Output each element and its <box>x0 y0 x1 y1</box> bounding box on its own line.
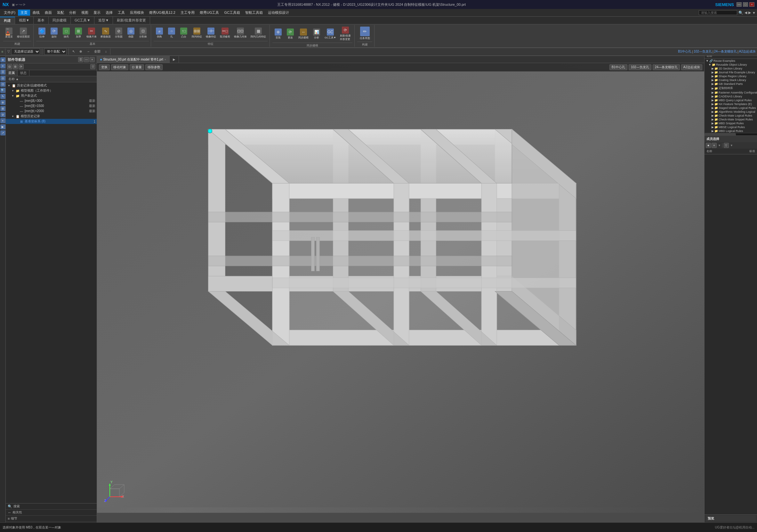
file-tree-item-staged-models[interactable]: ▶ 📁 Staged Models Logical Rules <box>705 106 757 110</box>
toolbar-btn5[interactable]: ↓ <box>104 49 108 54</box>
nav-btn-menu[interactable]: ☰ <box>78 57 83 62</box>
menu-view[interactable]: 视图 <box>79 10 91 16</box>
nav-filter[interactable]: ▽ <box>90 64 95 69</box>
menu-smarttool[interactable]: 智航工具箱 <box>243 10 265 16</box>
nav-collapse-all[interactable]: ⊟ <box>7 64 12 69</box>
menu-appmodule[interactable]: 应用模块 <box>127 10 147 16</box>
file-tree-item-reusable-obj[interactable]: ▼ 📁 Reusable Object Library <box>705 63 757 67</box>
toolbar-menu-icon[interactable]: ≡ <box>1 50 3 53</box>
ribbon-btn-split[interactable]: ⊘ 分割面 <box>113 27 125 39</box>
menu-select[interactable]: 选择 <box>103 10 115 16</box>
file-tree-item-fastener[interactable]: ▶ 📁 Fastener Assembly Configuration <box>705 91 757 94</box>
ribbon-tab-view[interactable]: 视图▼ <box>15 16 34 24</box>
sidebar-icon-1[interactable]: ⊕ <box>0 57 6 62</box>
sidebar-icon-13[interactable]: ↗ <box>0 130 6 136</box>
menu-tools[interactable]: 工具 <box>115 10 127 16</box>
vp-btn-24[interactable]: 24—条龙螺纹孔 <box>653 64 680 70</box>
menu-analysis[interactable]: 分析 <box>67 10 79 16</box>
ribbon-tab-gc[interactable]: GC工具▼ <box>71 16 94 24</box>
vp-btn-remove-param[interactable]: 移除参数 <box>145 64 163 70</box>
tree-item-model-views[interactable]: ▼ 📁 模型视图（工作部件） <box>6 88 97 93</box>
toolbar-btn2[interactable]: ⊕ <box>78 49 83 54</box>
ribbon-btn-batch-refresh[interactable]: ⟳ 刷新/批量外形变更 <box>338 26 352 42</box>
vp-btn-a2[interactable]: A2边起成块 <box>681 64 702 70</box>
file-tree-item-2d-section[interactable]: ▶ 📁 2D Section Library <box>705 67 757 71</box>
menu-main-tool[interactable]: 主工专用 <box>178 10 197 16</box>
sidebar-icon-11[interactable]: ⌖ <box>0 118 6 123</box>
sidebar-icon-9[interactable]: ⊞ <box>0 106 6 111</box>
ribbon-btn-mirror-feature[interactable]: ⊣⊢ 镜像特征 <box>204 27 218 39</box>
nav-tab-state[interactable]: 状态 <box>17 70 29 76</box>
ribbon-btn-trim[interactable]: ✂□ 取消修剪 <box>218 27 232 39</box>
sidebar-icon-6[interactable]: 🔍 <box>0 88 6 93</box>
ribbon-tab-refresh[interactable]: 刷新/批量外形变更 <box>113 16 150 24</box>
menu-ugtool[interactable]: 熔秀UG工具 <box>197 10 222 16</box>
viewport-area[interactable]: X Y Z <box>97 63 704 513</box>
menu-surface[interactable]: 曲面 <box>42 10 54 16</box>
back-btn[interactable]: ◀ <box>744 11 747 15</box>
file-tree-item-checkmate-snippet[interactable]: ▶ 📁 Check-Mate Snippet Rules <box>705 117 757 121</box>
ribbon-btn-revolve[interactable]: ⟳ 旋转 <box>48 27 60 39</box>
ribbon-btn-analysis[interactable]: 📊 分析 <box>311 28 322 40</box>
ribbon-btn-install[interactable]: ⊕ 安装 <box>272 28 284 40</box>
file-tree-item-nx-feature[interactable]: ▶ 📁 NX Feature Templates (E) <box>705 102 757 106</box>
sidebar-icon-10[interactable]: ⊘ <box>0 112 6 117</box>
file-tree-item-coating-stack[interactable]: ▶ 📁 Coating Stack Library <box>705 78 757 82</box>
menu-assembly[interactable]: 装配 <box>54 10 67 16</box>
toolbar-btn3[interactable]: → <box>85 49 91 54</box>
sidebar-icon-12[interactable]: ▶ <box>0 124 6 129</box>
viewport-tab-main[interactable]: ■ Structure_00.prt 在装配中 model 零件1.prt × <box>97 56 170 63</box>
nav-tab-layer[interactable]: 层属 <box>6 70 17 76</box>
file-tree-item-custom-lib[interactable]: ▶ 📁 定制特种库 <box>705 86 757 91</box>
ribbon-btn-update[interactable]: ⟳ 更改 <box>285 28 296 40</box>
sidebar-icon-8[interactable]: ⊕ <box>0 100 6 105</box>
breadcrumb-item-4[interactable]: A2边起成块 <box>739 49 756 54</box>
viewport-tab-more[interactable]: ▶ <box>170 56 179 63</box>
ribbon-btn-geometry-pattern[interactable]: ⊡⊡ 镜像几何体 <box>232 27 248 39</box>
tab-close-btn[interactable]: × <box>165 58 166 61</box>
bottom-detail[interactable]: ≡ 细节 <box>6 516 97 522</box>
members-filter-btn[interactable]: ▽ <box>724 143 729 148</box>
vp-btn-measure[interactable]: ⊡ 量量 <box>130 64 144 70</box>
file-tree-item-mbse[interactable]: ▶ 📁 MBSE Logical Rules <box>705 125 757 129</box>
fwd-btn[interactable]: ▶ <box>748 11 751 15</box>
nav-btn-pin[interactable]: × <box>90 57 95 62</box>
ribbon-btn-gc-tools[interactable]: GC GC工具▼ <box>323 28 338 40</box>
menu-ugmold[interactable]: 熔秀UG模具12.2 <box>147 10 178 16</box>
file-tree-item-cadenas[interactable]: ▶ 📁 CADENAS Library <box>705 94 757 98</box>
scope-select[interactable]: 整个装配 <box>44 48 67 55</box>
sidebar-icon-3[interactable]: ☰ <box>0 70 6 75</box>
vp-btn-102[interactable]: 102—负龙孔 <box>629 64 651 70</box>
vp-btn-b1[interactable]: B1中心孔 <box>609 64 627 70</box>
menu-curves[interactable]: 曲线 <box>30 10 42 16</box>
nav-expand-all[interactable]: ⊞ <box>13 64 18 69</box>
ribbon-btn-splitbody[interactable]: ⊡ 分割体 <box>137 27 149 39</box>
tree-item-height[interactable]: — [mm]高=300 最新 <box>6 98 97 104</box>
ribbon-tab-shape[interactable]: 造型▼ <box>94 16 113 24</box>
ribbon-btn-send[interactable]: →📥 发送至 <box>3 27 15 39</box>
sidebar-icon-7[interactable]: ✎ <box>0 94 6 99</box>
ribbon-btn-task-sketch[interactable]: ✏ 任务草图 <box>358 26 372 41</box>
file-tree-item-algo-modeling[interactable]: ▶ 📁 Algorithmic Modeling Logical <box>705 110 757 114</box>
bottom-related[interactable]: ↔ 相关性 <box>6 510 97 516</box>
ribbon-btn-extrude[interactable]: 🔷 拉伸 <box>36 27 48 39</box>
tree-item-model-history[interactable]: ▼ 📋 模型历史记录 <box>6 114 97 119</box>
down-btn[interactable]: ▼ <box>752 11 756 15</box>
file-tree-item-mbd-query[interactable]: ▶ 📁 MBD Query Logical Rules <box>705 98 757 102</box>
sidebar-icon-2[interactable]: ≡ <box>0 63 6 69</box>
toolbar-select-all[interactable]: 全部 <box>93 49 102 54</box>
menu-gctool[interactable]: GC工具箱 <box>222 10 243 16</box>
preview-header[interactable]: 预览 <box>706 516 756 522</box>
ribbon-btn-fillet[interactable]: ◎ 倒圆 <box>125 27 137 39</box>
global-search-input[interactable] <box>699 10 737 15</box>
members-view-btn2[interactable]: ≡ <box>712 143 717 148</box>
ribbon-btn-hole[interactable]: ○ 孔 <box>166 27 177 39</box>
bottom-search[interactable]: 🔍 搜索 <box>6 504 97 510</box>
filter-select[interactable]: 无选择过滤器 <box>11 48 40 55</box>
maximize-button[interactable]: □ <box>743 2 748 7</box>
ribbon-tab-basic[interactable]: 基本 <box>34 16 49 24</box>
breadcrumb-item-2[interactable]: 102—负龙孔 <box>694 49 712 54</box>
ribbon-btn-thicken[interactable]: ⊞ 加厚 <box>73 27 84 39</box>
sidebar-icon-5[interactable]: ⊡ <box>0 82 6 87</box>
file-tree-item-mbd-snippet[interactable]: ▶ 📁 MBD Snippet Rules <box>705 121 757 125</box>
